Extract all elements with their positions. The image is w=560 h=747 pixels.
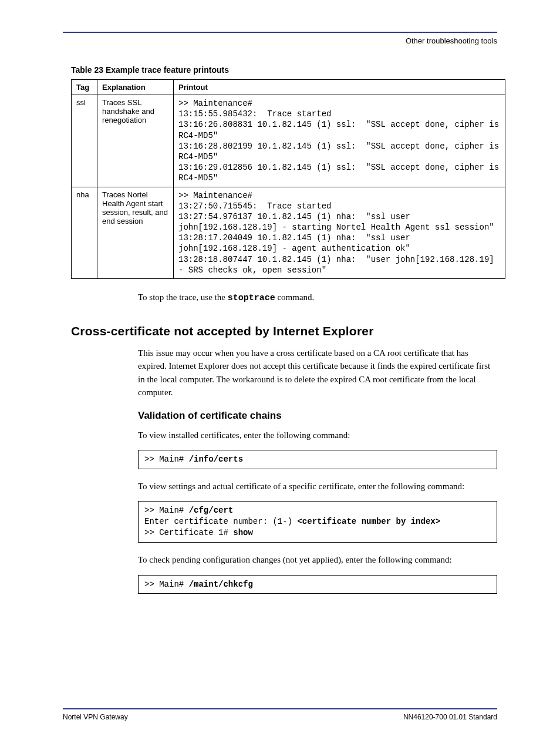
cell-printout: >> Maintenance# 13:15:55.985432: Trace s… <box>174 95 505 187</box>
table-row: nha Traces Nortel Health Agent start ses… <box>72 187 505 279</box>
cmd-text: <certificate number by index> <box>297 517 440 526</box>
th-explanation: Explanation <box>97 80 174 95</box>
table-row: ssl Traces SSL handshake and renegotiati… <box>72 95 505 187</box>
cmd-prompt: >> Certificate 1# <box>144 528 233 537</box>
cmd-prompt: >> Main# <box>144 506 189 515</box>
cmd-line: >> Certificate 1# show <box>144 527 491 539</box>
subsection-heading: Validation of certificate chains <box>138 410 497 422</box>
para1-b: command. <box>275 292 315 302</box>
running-header: Other troubleshooting tools <box>63 36 497 45</box>
cmd-prompt: Enter certificate number: (1-) <box>144 517 297 526</box>
cmd-prompt: >> Main# <box>144 580 189 589</box>
cmd-text: /cfg/cert <box>189 506 234 515</box>
cmd-text: /maint/chkcfg <box>189 580 253 589</box>
header-rule <box>63 32 497 33</box>
page-footer: Nortel VPN Gateway NN46120-700 01.01 Sta… <box>63 708 497 721</box>
para-cross-cert: This issue may occur when you have a cro… <box>138 346 497 399</box>
cell-explanation: Traces Nortel Health Agent start session… <box>97 187 174 279</box>
printout-text: >> Maintenance# 13:15:55.985432: Trace s… <box>178 99 504 183</box>
cmd-prompt: >> Main# <box>144 455 189 464</box>
cell-tag: ssl <box>72 95 97 187</box>
cell-tag: nha <box>72 187 97 279</box>
cmd-line: Enter certificate number: (1-) <certific… <box>144 516 491 527</box>
cell-printout: >> Maintenance# 13:27:50.715545: Trace s… <box>174 187 505 279</box>
trace-table: Tag Explanation Printout ssl Traces SSL … <box>71 79 505 279</box>
cmd-text: /info/certs <box>189 455 243 464</box>
cell-explanation: Traces SSL handshake and renegotiation <box>97 95 174 187</box>
footer-row: Nortel VPN Gateway NN46120-700 01.01 Sta… <box>63 713 497 721</box>
footer-rule <box>63 708 497 709</box>
table-header-row: Tag Explanation Printout <box>72 80 505 95</box>
section-heading: Cross-certificate not accepted by Intern… <box>71 324 497 338</box>
footer-left: Nortel VPN Gateway <box>63 713 128 721</box>
page-content: Other troubleshooting tools Table 23 Exa… <box>0 0 560 594</box>
th-printout: Printout <box>174 80 505 95</box>
command-box-cfg-cert: >> Main# /cfg/cert Enter certificate num… <box>138 501 497 543</box>
table-caption: Table 23 Example trace feature printouts <box>71 65 497 75</box>
command-box-info-certs: >> Main# /info/certs <box>138 450 497 469</box>
cmd-line: >> Main# /cfg/cert <box>144 505 491 516</box>
para1-a: To stop the trace, use the <box>138 292 228 302</box>
cmd-text: show <box>233 528 253 537</box>
printout-text: >> Maintenance# 13:27:50.715545: Trace s… <box>178 191 499 275</box>
command-box-chkcfg: >> Main# /maint/chkcfg <box>138 575 497 594</box>
th-tag: Tag <box>72 80 97 95</box>
para-view-specific-cert: To view settings and actual certificate … <box>138 480 497 493</box>
stoptrace-command: stoptrace <box>228 293 275 303</box>
para-view-certs: To view installed certificates, enter th… <box>138 429 497 442</box>
para-check-config: To check pending configuration changes (… <box>138 553 497 567</box>
para-stoptrace: To stop the trace, use the stoptrace com… <box>138 291 497 305</box>
footer-right: NN46120-700 01.01 Standard <box>403 713 497 721</box>
